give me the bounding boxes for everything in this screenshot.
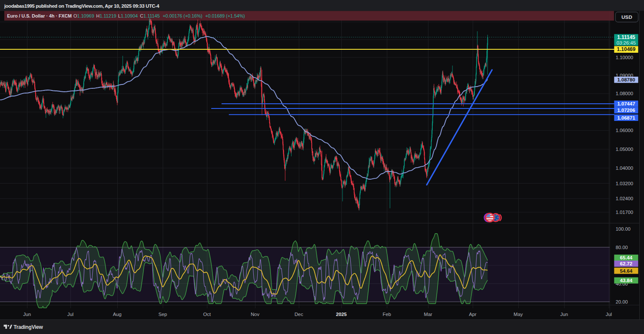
svg-text:1.03200: 1.03200 bbox=[616, 181, 633, 186]
svg-text:20.00: 20.00 bbox=[616, 299, 628, 304]
svg-text:Feb: Feb bbox=[383, 312, 391, 317]
svg-text:1.01700: 1.01700 bbox=[616, 210, 633, 215]
svg-text:TradingView: TradingView bbox=[14, 324, 43, 330]
svg-text:Sep: Sep bbox=[158, 312, 167, 317]
svg-text:1.04000: 1.04000 bbox=[616, 165, 633, 171]
svg-text:80.00: 80.00 bbox=[616, 245, 628, 250]
svg-text:2025: 2025 bbox=[336, 312, 346, 317]
svg-text:joodabas1995 published on Trad: joodabas1995 published on TradingView.co… bbox=[4, 3, 160, 9]
svg-text:62.72: 62.72 bbox=[620, 261, 632, 266]
svg-text:L1.10904: L1.10904 bbox=[118, 13, 138, 18]
svg-text:Oct: Oct bbox=[203, 312, 211, 317]
svg-text:54.64: 54.64 bbox=[620, 268, 632, 274]
svg-text:Aug: Aug bbox=[113, 312, 122, 317]
svg-text:Jun: Jun bbox=[560, 312, 568, 317]
svg-text:Dec: Dec bbox=[295, 312, 303, 317]
svg-text:1.11145: 1.11145 bbox=[617, 34, 635, 40]
svg-text:1.08780: 1.08780 bbox=[617, 77, 635, 82]
svg-text:USD: USD bbox=[622, 14, 632, 20]
svg-text:1.06000: 1.06000 bbox=[616, 128, 633, 133]
svg-text:C1.11145: C1.11145 bbox=[140, 13, 160, 18]
svg-text:+0.00176 (+0.16%): +0.00176 (+0.16%) bbox=[163, 13, 202, 18]
svg-text:1.08000: 1.08000 bbox=[616, 91, 633, 96]
svg-text:1.10000: 1.10000 bbox=[616, 55, 633, 60]
svg-text:43.84: 43.84 bbox=[620, 278, 632, 283]
svg-text:Jun: Jun bbox=[23, 312, 31, 317]
svg-text:Nov: Nov bbox=[251, 312, 259, 317]
svg-text:O1.10969: O1.10969 bbox=[73, 13, 94, 18]
svg-text:Euro / U.S. Dollar · 4h · FXCM: Euro / U.S. Dollar · 4h · FXCM bbox=[7, 13, 72, 18]
svg-text:1.02400: 1.02400 bbox=[616, 196, 633, 201]
svg-text:1.06871: 1.06871 bbox=[617, 115, 635, 120]
svg-text:May: May bbox=[513, 312, 523, 317]
svg-text:1.07206: 1.07206 bbox=[617, 108, 635, 113]
svg-text:Apr: Apr bbox=[469, 312, 477, 317]
svg-text:1.07447: 1.07447 bbox=[617, 101, 635, 106]
svg-text:03:26:45: 03:26:45 bbox=[617, 40, 636, 45]
svg-text:65.44: 65.44 bbox=[620, 255, 632, 260]
svg-text:+0.01689 (+1.54%): +0.01689 (+1.54%) bbox=[205, 13, 245, 18]
svg-text:1.10469: 1.10469 bbox=[617, 46, 636, 52]
svg-text:100.00: 100.00 bbox=[616, 226, 631, 232]
svg-text:1.05000: 1.05000 bbox=[616, 147, 633, 152]
svg-text:Jul: Jul bbox=[67, 312, 73, 317]
svg-text:H1.11219: H1.11219 bbox=[96, 13, 116, 18]
svg-text:Jul: Jul bbox=[606, 312, 612, 317]
svg-text:Mar: Mar bbox=[424, 312, 432, 317]
